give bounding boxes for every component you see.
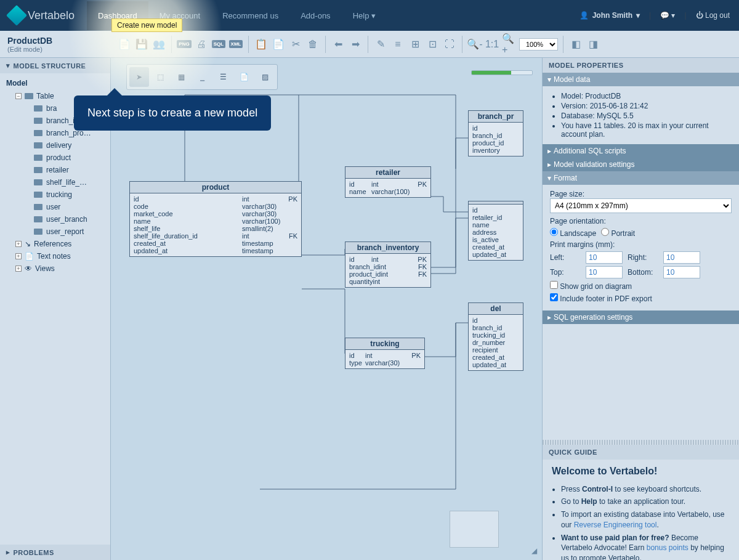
- note-tool[interactable]: 📄: [234, 67, 254, 87]
- tree-notes[interactable]: + 📄 Text notes: [0, 250, 110, 262]
- logo[interactable]: Vertabelo: [9, 8, 75, 23]
- delete-button[interactable]: 🗑: [305, 37, 320, 52]
- save-button[interactable]: 💾: [134, 37, 149, 52]
- redo-button[interactable]: ➡: [348, 37, 363, 52]
- tree-table-item[interactable]: user: [0, 201, 110, 213]
- model-properties-header: MODEL PROPERTIES: [543, 58, 739, 73]
- copy-button[interactable]: 📋: [254, 37, 269, 52]
- quick-guide: QUICK GUIDE Welcome to Vertabelo! Press …: [543, 445, 739, 561]
- tree-views[interactable]: + 👁 Views: [0, 262, 110, 275]
- fit-button[interactable]: ⛶: [442, 37, 457, 52]
- edit-button[interactable]: ✎: [373, 37, 388, 52]
- zoom-actual-button[interactable]: 1:1: [485, 37, 499, 52]
- format-header[interactable]: ▾ Format: [543, 171, 739, 185]
- resize-handle-icon[interactable]: ◢: [531, 546, 537, 555]
- zoom-out-button[interactable]: 🔍-: [467, 37, 482, 52]
- nav-addons[interactable]: Add-ons: [289, 1, 341, 30]
- user-menu[interactable]: 👤 John Smith ▾: [579, 11, 640, 20]
- table-tool[interactable]: ▦: [171, 67, 191, 87]
- problems-header[interactable]: ▸ PROBLEMS: [0, 545, 110, 560]
- quick-guide-header: QUICK GUIDE: [543, 445, 739, 460]
- margin-bottom-input[interactable]: [663, 266, 700, 278]
- pointer-tool[interactable]: ➤: [129, 67, 149, 87]
- layout2-button[interactable]: ◨: [586, 37, 600, 52]
- tree-table-item[interactable]: user_branch: [0, 213, 110, 225]
- orientation-label: Page orientation:: [550, 217, 732, 225]
- nav-right: 👤 John Smith ▾ | 💬 ▾ | ⏻ Log out: [579, 11, 730, 20]
- tree-references[interactable]: + ↘ References: [0, 238, 110, 250]
- nav-help[interactable]: Help ▾: [342, 1, 387, 30]
- margin-right-input[interactable]: [663, 251, 700, 264]
- tree-root[interactable]: Model: [0, 76, 110, 90]
- user-icon: 👤: [579, 11, 589, 20]
- margin-top-input[interactable]: [586, 266, 623, 278]
- tree-table-item[interactable]: trucking: [0, 189, 110, 201]
- margin-left-input[interactable]: [586, 251, 623, 264]
- model-data-header[interactable]: ▾ Model data: [543, 73, 739, 86]
- export-png-button[interactable]: PNG: [177, 37, 192, 52]
- entity-retailer[interactable]: retaileridintPKnamevarchar(100): [345, 166, 431, 198]
- list-tool[interactable]: ☰: [213, 67, 233, 87]
- print-button[interactable]: 🖨: [194, 37, 209, 52]
- model-toolbar: ProductDB (Edit mode) 📄 💾 👥 PNG 🖨 SQL XM…: [0, 31, 739, 58]
- tree-table-item[interactable]: delivery: [0, 139, 110, 152]
- main-area: ▾ MODEL STRUCTURE Model − Table bra bran…: [0, 58, 739, 560]
- format-body: Page size: A4 (210mm x 297mm) Page orien…: [543, 185, 739, 310]
- diagram-canvas[interactable]: ➤ ⬚ ▦ ⎯ ☰ 📄 ▨ productidintPKcodevarchar(…: [111, 58, 542, 560]
- area-tool[interactable]: ▨: [255, 67, 275, 87]
- brand-text: Vertabelo: [28, 9, 75, 22]
- export-xml-button[interactable]: XML: [228, 37, 243, 52]
- additional-sql-header[interactable]: ▸ Additional SQL scripts: [543, 144, 739, 158]
- page-size-select[interactable]: A4 (210mm x 297mm): [550, 198, 732, 213]
- include-footer-checkbox[interactable]: Include footer in PDF export: [550, 293, 652, 303]
- nav-recommend[interactable]: Recommend us: [211, 1, 289, 30]
- zoom-select[interactable]: 100%: [519, 38, 558, 51]
- arrange-button[interactable]: ⊡: [425, 37, 440, 52]
- sql-gen-header[interactable]: ▸ SQL generation settings: [543, 310, 739, 324]
- layout1-button[interactable]: ◧: [568, 37, 583, 52]
- distribute-button[interactable]: ⊞: [408, 37, 422, 52]
- logout-button[interactable]: ⏻ Log out: [696, 11, 730, 20]
- export-sql-button[interactable]: SQL: [211, 37, 226, 52]
- margins-label: Print margins (mm):: [550, 240, 732, 249]
- model-data-body: Model: ProductDBVersion: 2015-06-18 21:4…: [543, 86, 739, 144]
- landscape-radio[interactable]: Landscape: [550, 228, 596, 238]
- right-panel: MODEL PROPERTIES ▾ Model data Model: Pro…: [542, 58, 739, 560]
- undo-button[interactable]: ⬅: [331, 37, 345, 52]
- model-structure-header[interactable]: ▾ MODEL STRUCTURE: [0, 58, 110, 73]
- canvas-toolbar: ➤ ⬚ ▦ ⎯ ☰ 📄 ▨: [126, 64, 278, 90]
- paste-button[interactable]: 📄: [271, 37, 286, 52]
- edit-mode: (Edit mode): [7, 46, 52, 53]
- drag-handle[interactable]: [543, 440, 739, 445]
- tree-table-item[interactable]: user_report: [0, 225, 110, 238]
- portrait-radio[interactable]: Portrait: [601, 228, 635, 238]
- cut-button[interactable]: ✂: [288, 37, 303, 52]
- tree-table-item[interactable]: shelf_life_…: [0, 176, 110, 189]
- progress-bar: [471, 70, 533, 75]
- logo-icon: [6, 5, 27, 26]
- model-name: ProductDB: [7, 36, 52, 46]
- minimap[interactable]: [450, 511, 499, 548]
- page-size-label: Page size:: [550, 190, 732, 198]
- zoom-in-button[interactable]: 🔍+: [502, 37, 517, 52]
- entity-branch-pr[interactable]: branch_pridbranch_idproduct_idinventory: [468, 110, 523, 156]
- top-bar: Vertabelo Dashboard My account Recommend…: [0, 0, 739, 31]
- tree-table-item[interactable]: product: [0, 152, 110, 164]
- welcome-heading: Welcome to Vertabelo!: [543, 460, 739, 480]
- model-tree: Model − Table bra branch_inv… branch_pro…: [0, 73, 110, 545]
- relation-tool[interactable]: ⎯: [192, 67, 212, 87]
- tour-callout: Next step is to create a new model: [74, 95, 271, 131]
- new-model-button[interactable]: 📄: [117, 37, 132, 52]
- tree-table-item[interactable]: retailer: [0, 164, 110, 176]
- entity-delivery[interactable]: delidbranch_idtrucking_iddr_numberrecipi…: [468, 302, 523, 371]
- entity-branch[interactable]: idretailer_idnameaddressis_activecreated…: [468, 201, 523, 261]
- chat-icon[interactable]: 💬 ▾: [660, 11, 675, 20]
- validation-header[interactable]: ▸ Model validation settings: [543, 158, 739, 171]
- align-button[interactable]: ≡: [390, 37, 405, 52]
- show-grid-checkbox[interactable]: Show grid on diagram: [550, 281, 632, 291]
- entity-trucking[interactable]: truckingidintPKtypevarchar(30): [345, 338, 425, 369]
- share-button[interactable]: 👥: [151, 37, 166, 52]
- marquee-tool[interactable]: ⬚: [150, 67, 170, 87]
- entity-branch-inventory[interactable]: branch_inventoryidintPKbranch_idintFKpro…: [345, 241, 431, 288]
- entity-product[interactable]: productidintPKcodevarchar(30)market_code…: [129, 181, 302, 257]
